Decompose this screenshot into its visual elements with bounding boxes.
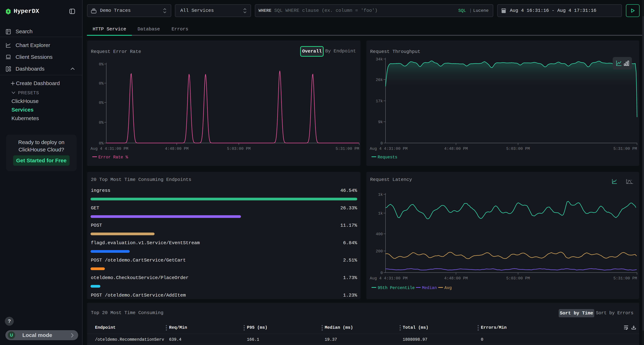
svg-text:Error Rate %: Error Rate % — [98, 155, 128, 160]
svg-text:0%: 0% — [99, 81, 104, 86]
svg-text:17k: 17k — [376, 99, 383, 103]
svg-text:9k: 9k — [378, 120, 383, 124]
svg-text:4:48:00 PM: 4:48:00 PM — [165, 147, 188, 151]
svg-text:0: 0 — [380, 271, 383, 275]
svg-text:5:03:00 PM: 5:03:00 PM — [227, 147, 250, 151]
svg-text:Median: Median — [422, 286, 437, 290]
svg-text:200: 200 — [376, 249, 383, 254]
svg-text:1k: 1k — [378, 193, 383, 197]
svg-text:Aug 4 4:31:00 PM: Aug 4 4:31:00 PM — [370, 276, 408, 281]
svg-text:1k: 1k — [378, 211, 383, 216]
svg-text:5:03:00 PM: 5:03:00 PM — [506, 276, 530, 281]
svg-text:Aug 4 4:31:00 PM: Aug 4 4:31:00 PM — [90, 147, 128, 151]
svg-text:400: 400 — [376, 232, 383, 237]
svg-text:Requests: Requests — [378, 155, 397, 160]
svg-text:0%: 0% — [99, 101, 104, 105]
svg-text:95th Percentile: 95th Percentile — [378, 286, 415, 290]
svg-text:Aug 4 4:31:00 PM: Aug 4 4:31:00 PM — [370, 147, 408, 151]
svg-text:5:31:00 PM: 5:31:00 PM — [336, 147, 359, 151]
svg-text:0: 0 — [380, 141, 383, 146]
svg-text:4:48:00 PM: 4:48:00 PM — [444, 147, 468, 151]
svg-text:Avg: Avg — [444, 286, 452, 290]
svg-text:5:31:00 PM: 5:31:00 PM — [614, 276, 637, 281]
svg-text:0%: 0% — [99, 120, 104, 125]
svg-text:0%: 0% — [99, 141, 104, 146]
svg-text:26k: 26k — [376, 78, 383, 82]
svg-text:4:48:00 PM: 4:48:00 PM — [444, 276, 468, 281]
svg-text:5:31:00 PM: 5:31:00 PM — [614, 147, 637, 151]
svg-text:0%: 0% — [99, 62, 104, 67]
svg-text:34k: 34k — [376, 57, 383, 62]
svg-text:5:03:00 PM: 5:03:00 PM — [506, 147, 530, 151]
